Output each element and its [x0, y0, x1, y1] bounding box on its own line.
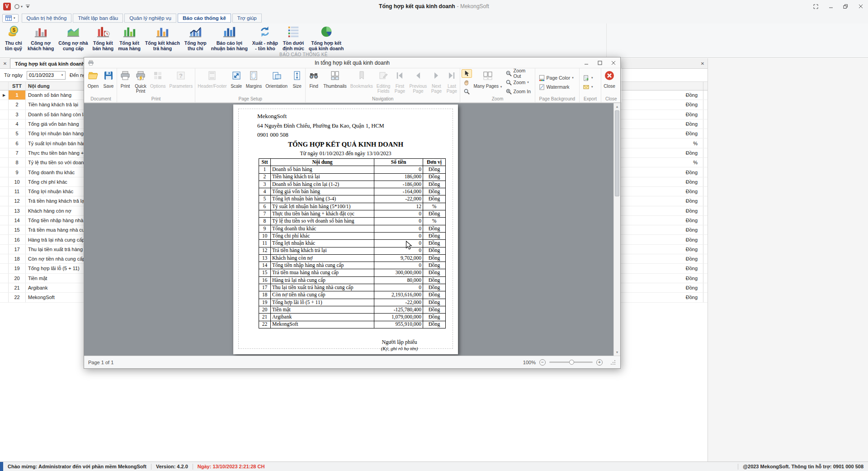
report-cell: 0: [374, 166, 423, 173]
print-button[interactable]: Print: [118, 68, 133, 96]
toolbar-button-label: Size: [292, 84, 301, 89]
scroll-up-icon[interactable]: ▲: [614, 103, 620, 110]
ribbon-button-8[interactable]: Báo cáo lợi nhuận bán hàng: [209, 24, 250, 52]
page-color-button[interactable]: Page Color▾: [537, 74, 576, 82]
find-button[interactable]: Find: [306, 68, 321, 96]
toolbar-button-label: Zoom: [514, 80, 526, 85]
zoom-slider-thumb[interactable]: [569, 360, 574, 365]
parameters-button: ?Parameters: [167, 68, 194, 96]
close-window-button[interactable]: [853, 0, 868, 13]
ribbon-tab-4[interactable]: Báo cáo thống kê: [178, 14, 231, 23]
dialog-statusbar: Page 1 of 1 100% − +: [84, 356, 620, 368]
current-row-arrow-icon: ▶: [3, 93, 5, 97]
ribbon-group-label: BÁO CÁO THỐNG KÊ: [1, 52, 606, 57]
report-cell: Tổng giá vốn bán hàng: [270, 188, 374, 195]
report-column-header: Stt: [259, 159, 271, 166]
bookmarks-button: Bookmarks: [349, 68, 375, 96]
ribbon-button-3[interactable]: Công nợ nhà cung cấp: [56, 24, 90, 52]
open-button[interactable]: Open: [85, 68, 101, 96]
row-unit-cell: Đồng: [613, 100, 703, 109]
thumbnails-button[interactable]: Thumbnails: [321, 68, 349, 96]
row-indicator: [0, 158, 9, 167]
ribbon-tab-1[interactable]: Quản trị hệ thống: [22, 14, 72, 23]
close-button[interactable]: Close: [602, 68, 617, 96]
report-row: 1Doanh số bán hàng0Đồng: [259, 166, 446, 173]
watermark-button[interactable]: Watermark: [537, 83, 576, 91]
report-signature-note: (Ký, ghi rõ họ tên): [353, 346, 446, 351]
toolbar-button-label: EditingFields: [377, 84, 391, 94]
zoom-tool-button[interactable]: [462, 87, 472, 96]
area-green-icon: [66, 25, 80, 40]
toolbar-button-label: Page Color: [547, 75, 571, 81]
dialog-minimize-button[interactable]: [580, 57, 593, 68]
resize-grip[interactable]: [610, 359, 616, 366]
ribbon-tab-2[interactable]: Thiết lập ban đầu: [73, 14, 123, 23]
application-menu-button[interactable]: ▾: [2, 14, 19, 23]
bookmarks-icon: [356, 70, 367, 83]
report-cell: Tổng tiền nhập hàng nhà cung cấp: [270, 262, 374, 269]
report-cell: 2: [259, 173, 271, 181]
print-preview-icon: [84, 60, 94, 66]
many-pages-button[interactable]: Many Pages ▾: [473, 68, 502, 96]
report-cell: 0: [374, 218, 423, 225]
app-logo-icon[interactable]: V: [3, 3, 11, 10]
report-cell: Tổng chi phí khác: [270, 232, 374, 239]
export-email-button[interactable]: ▾: [581, 83, 595, 91]
from-date-combobox[interactable]: 01/10/2023 ▾: [27, 71, 66, 80]
zoom-in-button[interactable]: Zoom In: [504, 87, 533, 96]
report-row: 7Thực thu tiền bán hàng + khách đặt cọc0…: [259, 210, 446, 218]
report-cell: Đồng: [423, 232, 446, 239]
size-button[interactable]: Size: [289, 68, 305, 96]
tab-strip-close-right-button[interactable]: ✕: [698, 58, 708, 68]
quick-access-icon[interactable]: ▾: [14, 4, 23, 10]
orientation-button[interactable]: Orientation: [264, 68, 289, 96]
ribbon-button-2[interactable]: Công nợ khách hàng: [25, 24, 56, 52]
margins-button[interactable]: Margins: [244, 68, 264, 96]
ribbon-button-11[interactable]: Tổng hợp kết quả kinh doanh: [307, 24, 346, 52]
minimize-button[interactable]: [823, 0, 838, 13]
grid-header-stt[interactable]: STT: [9, 82, 26, 90]
quick-print-button[interactable]: QuickPrint: [133, 68, 148, 96]
dialog-maximize-button[interactable]: [593, 57, 607, 68]
report-cell: Tiền mặt: [270, 306, 374, 313]
ribbon-tab-3[interactable]: Quản lý nghiệp vụ: [124, 14, 176, 23]
scroll-down-icon[interactable]: ▼: [614, 349, 620, 356]
report-cell: 7: [259, 210, 271, 218]
zoom-out-slider-button[interactable]: −: [539, 359, 546, 366]
tab-strip-close-left-button[interactable]: ✕: [0, 58, 10, 68]
export-document-button[interactable]: ▾: [581, 74, 595, 82]
report-cell: 186,000: [374, 173, 423, 181]
pointer-tool-button[interactable]: [462, 69, 472, 78]
ribbon-button-5[interactable]: Tổng kết mua hàng: [116, 24, 143, 52]
dialog-titlebar[interactable]: In tổng hợp kết quả kinh doanh: [84, 57, 620, 68]
report-cell: Đồng: [423, 225, 446, 232]
ribbon-button-1[interactable]: $Thu chi tồn quỹ: [2, 24, 25, 52]
row-indicator: [0, 254, 9, 263]
toolbar-button-label: Margins: [246, 84, 262, 89]
toolbar-group-export: ▾▾Export: [580, 68, 601, 102]
ribbon-button-7[interactable]: Tổng hợp thu chi: [182, 24, 209, 52]
zoom-out-button[interactable]: Zoom Out: [504, 69, 533, 78]
report-cell: Đồng: [423, 321, 446, 328]
ribbon-button-9[interactable]: Xuất - nhập - tồn kho: [250, 24, 280, 52]
fullscreen-button[interactable]: [808, 0, 823, 13]
ribbon-tab-5[interactable]: Trợ giúp: [232, 14, 262, 23]
scrollbar-thumb[interactable]: [615, 110, 619, 196]
zoom-slider[interactable]: [549, 362, 593, 363]
restore-button[interactable]: [838, 0, 853, 13]
row-stt-cell: 18: [9, 254, 26, 263]
orientation-icon: [271, 70, 282, 83]
ribbon-button-4[interactable]: Tổng kết bán hàng: [90, 24, 116, 52]
preview-vertical-scrollbar[interactable]: ▲ ▼: [613, 103, 620, 356]
zoom-button[interactable]: Zoom▾: [504, 78, 533, 87]
ribbon-button-6[interactable]: Tổng kết khách trả hàng: [143, 24, 182, 52]
zoom-in-slider-button[interactable]: +: [596, 359, 603, 366]
quick-access-customize-icon[interactable]: [26, 5, 30, 8]
hand-tool-button[interactable]: [462, 78, 472, 87]
scale-button[interactable]: Scale: [229, 68, 244, 96]
ribbon-button-10[interactable]: Tồn dưới định mức: [280, 24, 307, 52]
dialog-close-button[interactable]: [607, 57, 620, 68]
save-button[interactable]: Save: [101, 68, 116, 96]
report-cell: 0: [374, 240, 423, 247]
window-title-text: Tổng hợp kết quả kinh doanh: [379, 3, 455, 10]
